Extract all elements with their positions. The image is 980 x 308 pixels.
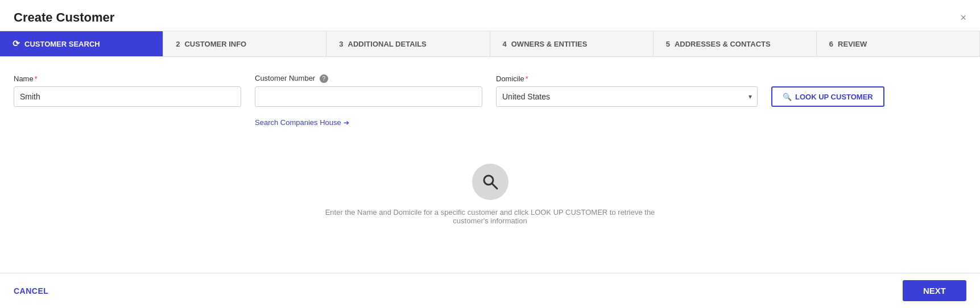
name-input[interactable] [14, 86, 241, 107]
lookup-button-wrapper: 🔍 LOOK UP CUSTOMER [771, 86, 884, 107]
name-label: Name* [14, 74, 241, 83]
step-review-label: REVIEW [838, 40, 867, 48]
name-group: Name* [14, 74, 241, 107]
look-up-customer-button[interactable]: 🔍 LOOK UP CUSTOMER [771, 86, 884, 107]
name-required: * [35, 74, 38, 83]
step-addresses-contacts-label: ADDRESSES & CONTACTS [675, 40, 771, 48]
lookup-button-label: LOOK UP CUSTOMER [795, 93, 873, 101]
lookup-search-icon: 🔍 [783, 93, 792, 101]
search-illustration: Enter the Name and Domicile for a specif… [14, 127, 966, 273]
search-hint-text: Enter the Name and Domicile for a specif… [320, 208, 661, 225]
companies-house-label: Search Companies House [255, 118, 341, 127]
external-link-icon: ➔ [344, 119, 349, 127]
step-4-num: 4 [503, 40, 507, 48]
cancel-button[interactable]: CANCEL [14, 286, 48, 295]
search-circle-icon [472, 164, 508, 200]
customer-number-group: Customer Number ? [255, 74, 482, 107]
step-additional-details-label: ADDITIONAL DETAILS [348, 40, 427, 48]
create-customer-modal: Create Customer × ⟳ CUSTOMER SEARCH 2 CU… [0, 0, 980, 308]
step-owners-entities[interactable]: 4 OWNERS & ENTITIES [490, 31, 654, 56]
domicile-required: * [526, 74, 528, 83]
next-button[interactable]: NEXT [903, 280, 966, 301]
step-2-num: 2 [176, 40, 180, 48]
step-5-num: 5 [666, 40, 670, 48]
domicile-select-wrapper: United States United Kingdom Canada Aust… [496, 86, 758, 107]
domicile-label: Domicile* [496, 74, 758, 83]
step-customer-info-label: CUSTOMER INFO [184, 40, 246, 48]
form-row-main: Name* Customer Number ? Domicile* [14, 74, 966, 107]
close-button[interactable]: × [960, 13, 966, 23]
modal-title: Create Customer [14, 10, 114, 25]
step-search-icon: ⟳ [13, 39, 20, 49]
svg-line-1 [492, 184, 497, 189]
step-6-num: 6 [829, 40, 833, 48]
modal-header: Create Customer × [0, 0, 980, 31]
footer: CANCEL NEXT [0, 273, 980, 308]
customer-number-label: Customer Number ? [255, 74, 482, 83]
step-addresses-contacts[interactable]: 5 ADDRESSES & CONTACTS [654, 31, 817, 56]
steps-nav: ⟳ CUSTOMER SEARCH 2 CUSTOMER INFO 3 ADDI… [0, 31, 980, 57]
step-additional-details[interactable]: 3 ADDITIONAL DETAILS [326, 31, 490, 56]
step-customer-search[interactable]: ⟳ CUSTOMER SEARCH [0, 31, 163, 56]
step-customer-search-label: CUSTOMER SEARCH [24, 40, 100, 48]
customer-number-input[interactable] [255, 86, 482, 107]
domicile-select[interactable]: United States United Kingdom Canada Aust… [496, 86, 758, 107]
customer-number-help-icon: ? [320, 74, 328, 83]
step-3-num: 3 [339, 40, 343, 48]
domicile-group: Domicile* United States United Kingdom C… [496, 74, 758, 107]
search-companies-house-link[interactable]: Search Companies House ➔ [255, 118, 349, 127]
step-customer-info[interactable]: 2 CUSTOMER INFO [163, 31, 326, 56]
companies-house-link-wrapper: Search Companies House ➔ [255, 115, 966, 127]
form-area: Name* Customer Number ? Domicile* [0, 57, 980, 273]
step-owners-entities-label: OWNERS & ENTITIES [511, 40, 588, 48]
step-review[interactable]: 6 REVIEW [817, 31, 980, 56]
